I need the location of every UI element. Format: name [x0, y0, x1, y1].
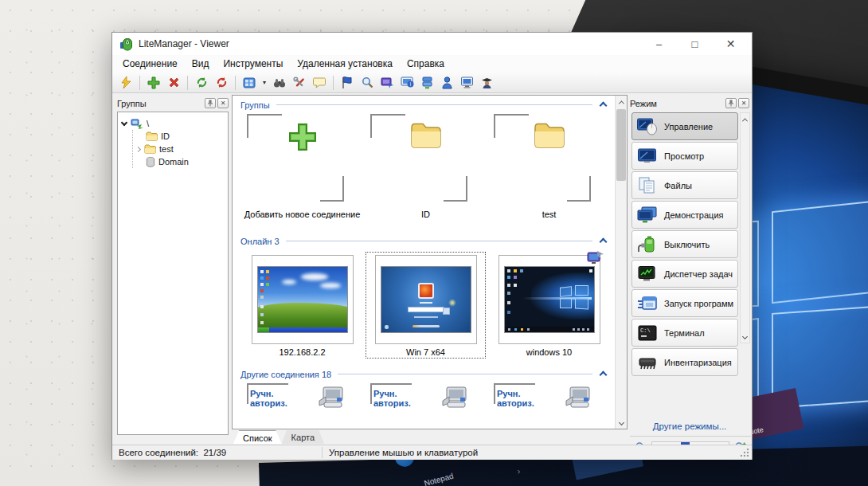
- menu-remote-install[interactable]: Удаленная установка: [290, 56, 400, 72]
- groups-panel-title: Группы: [117, 99, 147, 108]
- other-modes-link[interactable]: Другие режимы...: [630, 421, 749, 431]
- run-program-icon: [637, 295, 658, 312]
- delete-connection-icon[interactable]: [165, 75, 182, 91]
- tab-map[interactable]: Карта: [282, 430, 324, 444]
- panel-close-icon[interactable]: ✕: [738, 98, 749, 108]
- groups-tree: \ ID test Domain: [117, 112, 229, 435]
- add-connection-cell[interactable]: Добавить новое соединение: [240, 111, 364, 221]
- statusbar: Всего соединений: 21/39 Управление мышью…: [112, 445, 752, 460]
- add-connection-icon[interactable]: [145, 75, 162, 91]
- group-cell-id[interactable]: ID: [364, 111, 487, 221]
- mode-button-task-manager[interactable]: Диспетчер задач: [631, 260, 738, 288]
- scroll-up-icon[interactable]: [741, 114, 749, 125]
- connection-manual-auth[interactable]: Ручн. авториз.: [364, 383, 487, 409]
- menu-view[interactable]: Вид: [185, 56, 217, 72]
- main-scrollbar[interactable]: [615, 96, 627, 429]
- win7-login-thumbnail: [381, 266, 471, 333]
- tree-node-id[interactable]: ID: [136, 130, 225, 143]
- panel-close-icon[interactable]: ✕: [217, 98, 229, 108]
- view-mode-grid-icon[interactable]: [240, 75, 258, 91]
- remote-install-icon[interactable]: [378, 75, 396, 91]
- folder-icon: [534, 122, 565, 151]
- connection-manual-auth[interactable]: Ручн. авториз.: [240, 383, 364, 409]
- quick-connect-lightning-icon[interactable]: [117, 75, 135, 91]
- mode-button-view[interactable]: Просмотр: [631, 142, 738, 170]
- chevron-expanded-icon[interactable]: [121, 120, 127, 126]
- chevron-collapsed-icon[interactable]: [135, 146, 141, 151]
- mode-panel-header: Режим ✕: [630, 96, 749, 110]
- section-header-others: Другие соединения 18: [240, 368, 607, 380]
- tree-node-test[interactable]: test: [136, 143, 225, 155]
- find-magnifier-icon[interactable]: [358, 75, 376, 91]
- scroll-down-icon[interactable]: [616, 417, 627, 428]
- titlebar: LiteManager - Viewer – □ ✕: [112, 33, 752, 55]
- mode-button-control[interactable]: Управление: [631, 112, 738, 140]
- section-header-groups: Группы: [240, 99, 607, 111]
- root-connection-icon: [131, 119, 143, 129]
- collapse-section-icon[interactable]: [599, 102, 607, 108]
- mode-button-terminal[interactable]: C:\ Терминал: [631, 319, 738, 347]
- mode-button-inventory[interactable]: Инвентаризация: [631, 348, 738, 376]
- connection-xp[interactable]: 192.168.2.2: [240, 252, 364, 357]
- menu-connection[interactable]: Соединение: [115, 56, 185, 72]
- tree-root[interactable]: \: [121, 117, 225, 130]
- maximize-button[interactable]: □: [677, 33, 713, 55]
- connection-win10[interactable]: windows 10: [487, 252, 611, 357]
- scrollbar-thumb[interactable]: [616, 109, 626, 181]
- server-icon[interactable]: [418, 75, 436, 91]
- chevron-right-icon: ›: [517, 466, 521, 476]
- connections-list: Группы Добавить новое соединение ID: [232, 95, 628, 429]
- mode-button-demonstration[interactable]: Демонстрация: [631, 201, 738, 229]
- start-menu-item-label: Notepad: [423, 471, 454, 486]
- screen-icon[interactable]: [458, 75, 475, 91]
- pin-icon[interactable]: [725, 98, 737, 108]
- computer-icon: [565, 386, 592, 409]
- collapse-section-icon[interactable]: [599, 238, 607, 244]
- connections-count: Всего соединений: 21/39: [119, 448, 322, 457]
- group-cell-test[interactable]: test: [487, 111, 611, 221]
- settings-tools-icon[interactable]: [291, 75, 308, 91]
- computer-info-icon[interactable]: i: [398, 75, 416, 91]
- mode-scrollbar[interactable]: [740, 112, 750, 343]
- computer-icon: [318, 386, 345, 409]
- section-header-online: Онлайн 3: [240, 235, 607, 247]
- menu-help[interactable]: Справка: [400, 56, 452, 72]
- chat-icon[interactable]: [311, 75, 328, 91]
- scroll-down-icon[interactable]: [741, 331, 749, 342]
- power-plug-icon: [637, 236, 658, 253]
- resize-grip[interactable]: [740, 448, 749, 457]
- refresh-all-icon[interactable]: [213, 75, 230, 91]
- terminal-icon: C:\: [637, 324, 658, 342]
- tab-list[interactable]: Список: [233, 430, 282, 444]
- tree-node-domain[interactable]: Domain: [136, 155, 225, 168]
- pin-icon[interactable]: [205, 98, 216, 108]
- status-message: Управление мышью и клавиатурой: [329, 448, 478, 457]
- window-title: LiteManager - Viewer: [139, 38, 229, 49]
- folder-icon: [410, 122, 442, 151]
- user-icon[interactable]: [438, 75, 456, 91]
- collapse-section-icon[interactable]: [599, 371, 607, 377]
- computer-icon: [441, 386, 468, 409]
- close-button[interactable]: ✕: [713, 33, 749, 55]
- add-plus-icon: [287, 122, 318, 155]
- connection-manual-auth[interactable]: Ручн. авториз.: [487, 383, 611, 409]
- admin-icon[interactable]: [478, 75, 495, 91]
- monitor-icon: [637, 147, 658, 165]
- scroll-up-icon[interactable]: [616, 96, 627, 108]
- files-icon: [637, 177, 658, 194]
- mode-button-power-off[interactable]: Выключить: [631, 230, 738, 258]
- mode-buttons: Управление Просмотр Файлы: [631, 112, 738, 378]
- toolbar: ▾ i: [112, 73, 752, 93]
- folder-icon: [144, 144, 156, 154]
- connection-win7-selected[interactable]: Win 7 x64: [364, 252, 487, 357]
- menu-tools[interactable]: Инструменты: [216, 56, 290, 72]
- refresh-icon[interactable]: [193, 75, 210, 91]
- view-tabs: Список Карта: [233, 430, 324, 444]
- mode-button-files[interactable]: Файлы: [631, 171, 738, 199]
- flag-icon[interactable]: [338, 75, 356, 91]
- view-mode-dropdown-icon[interactable]: ▾: [260, 75, 268, 91]
- minimize-button[interactable]: –: [641, 33, 677, 55]
- mode-button-run-program[interactable]: Запуск программ: [631, 289, 738, 317]
- search-binoculars-icon[interactable]: [271, 75, 288, 91]
- two-monitors-icon: [637, 206, 658, 224]
